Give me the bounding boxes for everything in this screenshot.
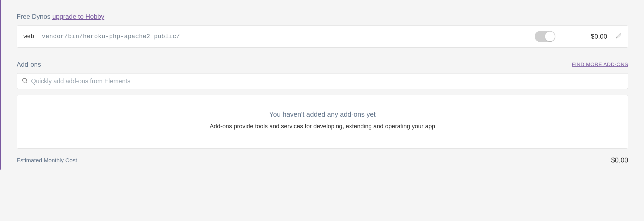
estimated-cost-value: $0.00	[611, 156, 628, 164]
search-icon	[22, 78, 28, 85]
svg-line-1	[26, 82, 27, 83]
estimated-cost-label: Estimated Monthly Cost	[17, 157, 77, 164]
addons-section-label: Add-ons	[17, 61, 41, 68]
addons-search-input[interactable]	[31, 78, 623, 85]
addons-search-box[interactable]	[17, 73, 628, 89]
addons-empty-state: You haven't added any add-ons yet Add-on…	[17, 95, 628, 149]
dyno-type: web	[23, 33, 34, 40]
dyno-price: $0.00	[591, 33, 607, 40]
find-more-addons-link[interactable]: FIND MORE ADD-ONS	[572, 62, 628, 67]
dyno-row: web vendor/bin/heroku-php-apache2 public…	[17, 25, 628, 48]
dynos-section-header: Free Dynos upgrade to Hobby	[17, 13, 628, 20]
estimated-cost-row: Estimated Monthly Cost $0.00	[17, 156, 628, 164]
dyno-command: vendor/bin/heroku-php-apache2 public/	[42, 33, 535, 40]
dynos-section-label: Free Dynos	[17, 13, 50, 20]
pencil-icon[interactable]	[616, 33, 621, 40]
addons-empty-desc: Add-ons provide tools and services for d…	[22, 123, 622, 130]
addons-section-header: Add-ons FIND MORE ADD-ONS	[17, 61, 628, 68]
svg-point-0	[23, 78, 27, 82]
dyno-toggle[interactable]	[535, 31, 555, 42]
addons-empty-title: You haven't added any add-ons yet	[22, 110, 622, 118]
upgrade-hobby-link[interactable]: upgrade to Hobby	[52, 13, 104, 20]
